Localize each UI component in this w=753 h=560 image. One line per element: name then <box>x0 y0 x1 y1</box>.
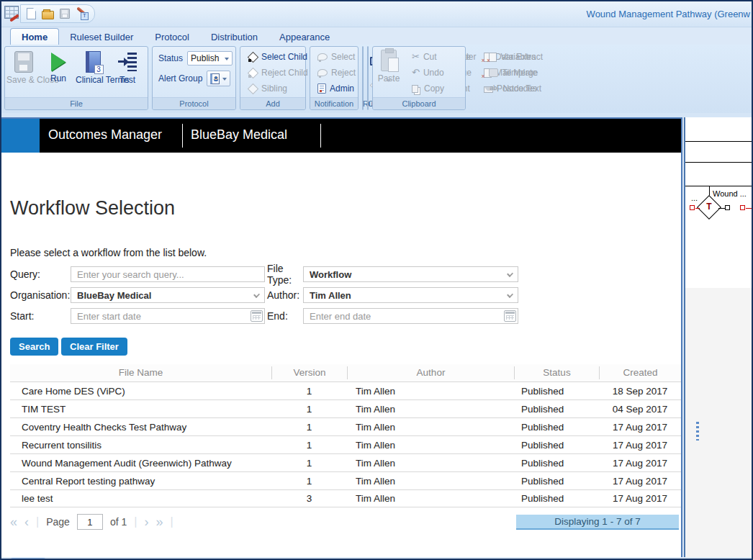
designer-canvas: ... Wound ... T <box>685 117 752 288</box>
ribbon-group-file: Save & CloseRun3Clinical TermsTestFile <box>4 46 148 110</box>
ribbon-group-codeset: DesignerSelectBrowserBuilder√1Value√ATex… <box>367 46 369 110</box>
displaying-status-badge: Displaying 1 - 7 of 7 <box>516 515 679 530</box>
start-date-input[interactable] <box>71 308 265 324</box>
prev-page-button[interactable]: ‹ <box>24 515 29 529</box>
table-row[interactable]: Coventry Health Checks Test Pathway1Tim … <box>10 417 681 435</box>
author-value: Tim Allen <box>310 290 351 301</box>
alert-group-select[interactable] <box>207 71 230 86</box>
page-number-input[interactable] <box>77 514 103 530</box>
status-label: Status <box>158 53 183 63</box>
author-cell: Tim Allen <box>347 476 514 487</box>
column-header-status[interactable]: Status <box>514 366 599 379</box>
dropdown-caret-icon <box>222 78 227 83</box>
table-row[interactable]: TIM TEST1Tim AllenPublished04 Sep 2017 <box>10 399 681 417</box>
author-cell: Tim Allen <box>347 493 514 504</box>
clinical-terms-button[interactable]: 3Clinical Terms <box>76 48 110 97</box>
status-cell: Published <box>514 404 599 415</box>
column-header-author[interactable]: Author <box>347 366 514 379</box>
test-button[interactable]: Test <box>110 48 145 97</box>
new-document-icon[interactable] <box>27 8 36 19</box>
created-cell: 17 Aug 2017 <box>599 476 681 487</box>
select-button: Select <box>315 49 359 65</box>
pager-separator: | <box>170 515 173 528</box>
save-icon[interactable] <box>60 9 70 19</box>
note-icon <box>317 83 326 94</box>
version-cell: 1 <box>271 386 347 397</box>
table-row[interactable]: lee test3Tim AllenPublished17 Aug 2017 <box>10 489 681 507</box>
file-name-cell: TIM TEST <box>10 404 271 415</box>
quick-access-toolbar <box>20 4 95 23</box>
last-page-button[interactable]: » <box>155 515 163 529</box>
reject-child-button: Reject Child <box>245 65 311 81</box>
column-header-file-name[interactable]: File Name <box>10 366 271 379</box>
designer-gridline <box>685 186 752 186</box>
query-input[interactable] <box>71 266 265 282</box>
created-cell: 17 Aug 2017 <box>599 458 681 469</box>
end-date-wrap <box>303 308 518 324</box>
app-icon[interactable] <box>4 6 19 19</box>
status-select[interactable]: Publish <box>187 51 233 66</box>
connector-line <box>695 208 700 209</box>
designer-gridline <box>685 141 752 142</box>
next-page-button[interactable]: › <box>144 515 148 529</box>
pathway-designer-strip: ... Wound ... T <box>684 117 752 557</box>
select-label: Select <box>331 52 355 62</box>
template-label: Template <box>502 68 537 78</box>
wizard-icon[interactable] <box>76 8 87 19</box>
first-page-button[interactable]: « <box>10 515 17 529</box>
created-cell: 17 Aug 2017 <box>599 440 681 451</box>
table-row[interactable]: Recurrent tonsilitis1Tim AllenPublished1… <box>10 435 681 453</box>
status-cell: Published <box>514 493 599 504</box>
page-title: Workflow Selection <box>10 197 175 220</box>
run-button[interactable]: Run <box>41 48 76 97</box>
author-cell: Tim Allen <box>347 440 514 451</box>
file-name-cell: Recurrent tonsilitis <box>10 440 271 451</box>
column-header-version[interactable]: Version <box>271 366 347 379</box>
test-label: Test <box>110 76 145 84</box>
tab-protocol[interactable]: Protocol <box>144 29 200 45</box>
undo-button: ↶Undo <box>409 65 447 81</box>
file-name-cell: lee test <box>10 493 271 504</box>
connector-port[interactable] <box>740 205 745 210</box>
builder-icon <box>489 68 498 77</box>
start-date-wrap <box>71 308 265 324</box>
column-header-created[interactable]: Created <box>599 366 681 379</box>
admin-button[interactable]: Admin <box>315 81 359 96</box>
tab-distribution[interactable]: Distribution <box>200 29 269 45</box>
connector-port[interactable] <box>725 205 730 210</box>
app-header-logo-square <box>1 119 40 153</box>
select-child-button[interactable]: Select Child <box>245 49 311 65</box>
calendar-icon[interactable] <box>251 310 263 322</box>
author-cell: Tim Allen <box>347 404 514 415</box>
status-cell: Published <box>514 422 599 433</box>
open-folder-icon[interactable] <box>42 11 54 19</box>
tab-appearance[interactable]: Appearance <box>269 29 341 45</box>
author-select[interactable]: Tim Allen <box>303 287 518 303</box>
table-row[interactable]: Central Report testing pathway1Tim Allen… <box>10 471 681 489</box>
table-row[interactable]: Care Home DES (ViPC)1Tim AllenPublished1… <box>10 381 681 399</box>
ribbon: Save & CloseRun3Clinical TermsTestFileSt… <box>1 45 752 113</box>
search-button[interactable]: Search <box>10 338 58 356</box>
table-row[interactable]: Wound Management Audit (Greenwich) Pathw… <box>10 453 681 471</box>
status-value: Publish <box>191 53 219 63</box>
tab-ruleset-builder[interactable]: Ruleset Builder <box>59 29 144 45</box>
file-type-select[interactable]: Workflow <box>303 266 518 282</box>
paste-button: Paste <box>373 47 405 97</box>
brand-title: Outcomes Manager <box>48 127 162 143</box>
connector-port[interactable] <box>690 205 695 210</box>
end-date-label: End: <box>265 310 303 322</box>
truncated-node-label: ... <box>691 194 698 202</box>
paste-icon <box>381 50 397 71</box>
created-cell: 17 Aug 2017 <box>599 422 681 433</box>
reject-button: Reject <box>315 65 359 81</box>
dropdown-caret-icon <box>387 79 391 94</box>
clear-filter-button[interactable]: Clear Filter <box>61 338 127 356</box>
tab-home[interactable]: Home <box>10 28 59 45</box>
diamond-icon <box>248 52 258 62</box>
organisation-select[interactable]: BlueBay Medical <box>71 287 265 303</box>
splitter-grip[interactable] <box>696 422 699 441</box>
end-date-input[interactable] <box>303 308 518 324</box>
header-separator <box>182 124 183 148</box>
calendar-icon[interactable] <box>504 310 516 322</box>
chevron-down-icon <box>253 292 260 298</box>
